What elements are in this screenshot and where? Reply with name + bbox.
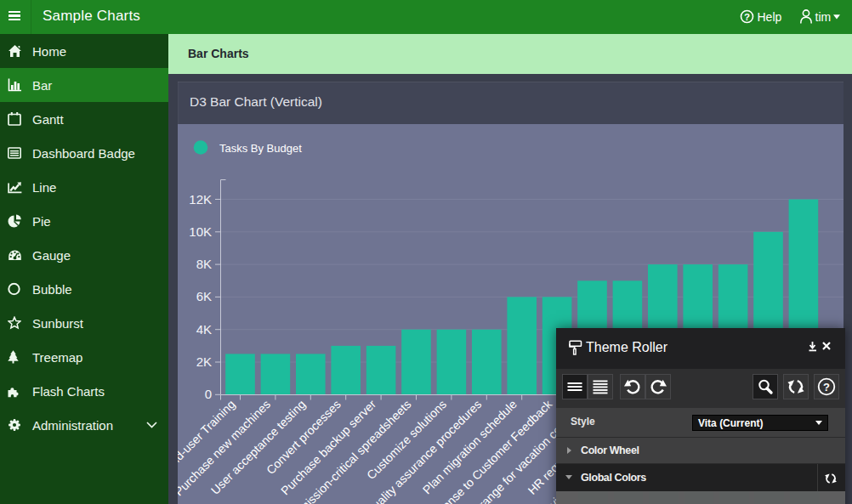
svg-text:Tasks By Budget: Tasks By Budget <box>219 142 302 155</box>
svg-text:8K: 8K <box>196 257 212 271</box>
svg-text:12K: 12K <box>189 192 212 207</box>
svg-text:6K: 6K <box>196 289 212 303</box>
svg-text:0: 0 <box>205 387 212 401</box>
svg-text:4K: 4K <box>196 322 212 337</box>
svg-text:tim: tim <box>815 10 832 24</box>
svg-text:?: ? <box>744 12 750 22</box>
svg-text:10K: 10K <box>189 224 212 239</box>
svg-text:?: ? <box>823 381 830 394</box>
svg-text:Help: Help <box>758 10 782 24</box>
svg-text:2K: 2K <box>196 354 212 369</box>
